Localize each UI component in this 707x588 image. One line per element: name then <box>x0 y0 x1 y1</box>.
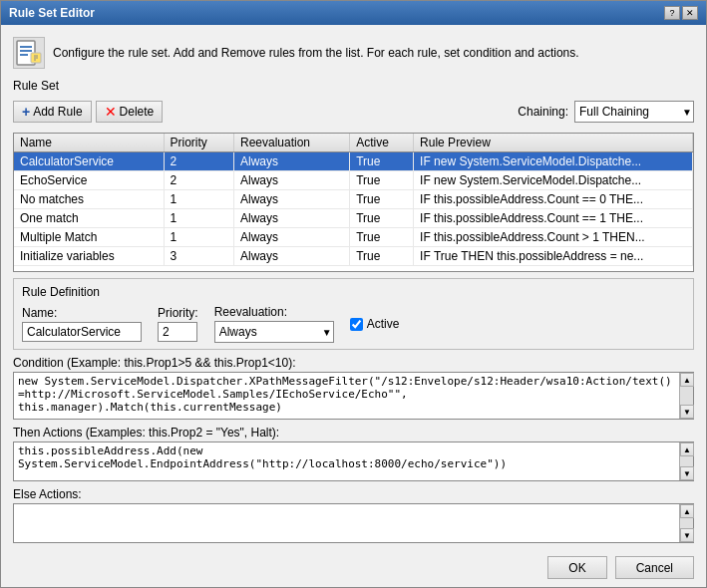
name-label: Name: <box>22 306 142 320</box>
active-label: Active <box>367 317 400 331</box>
toolbar-right: Chaining: Full Chaining Sequential None … <box>518 101 694 123</box>
condition-scroll-down[interactable]: ▼ <box>680 405 694 419</box>
else-scroll-up[interactable]: ▲ <box>680 504 694 518</box>
cell-preview: IF True THEN this.possibleAddress = ne..… <box>414 247 693 266</box>
cell-priority: 2 <box>164 152 233 171</box>
cell-preview: IF this.possibleAddress.Count > 1 THEN..… <box>414 228 693 247</box>
cell-reevaluation: Always <box>233 228 349 247</box>
then-actions-textarea-wrapper: ▲ ▼ <box>13 441 694 481</box>
else-scroll-down[interactable]: ▼ <box>680 528 694 542</box>
else-actions-textarea[interactable] <box>14 504 679 540</box>
cell-priority: 2 <box>164 171 233 190</box>
table-row[interactable]: One match1AlwaysTrueIF this.possibleAddr… <box>14 209 693 228</box>
name-input[interactable] <box>22 322 142 342</box>
condition-scrollbar[interactable]: ▲ ▼ <box>679 373 693 419</box>
cell-preview: IF new System.ServiceModel.Dispatche... <box>414 171 693 190</box>
cell-active: True <box>350 247 414 266</box>
cell-priority: 1 <box>164 228 233 247</box>
main-window: Rule Set Editor ? ✕ Configure th <box>0 0 707 588</box>
cell-active: True <box>350 209 414 228</box>
cell-name: CalculatorService <box>14 152 164 171</box>
header-icon <box>13 37 45 69</box>
svg-rect-2 <box>20 50 32 52</box>
cell-name: No matches <box>14 190 164 209</box>
active-checkbox[interactable] <box>350 318 363 331</box>
toolbar: + Add Rule ✕ Delete Chaining: Full Chain… <box>13 101 694 123</box>
help-button[interactable]: ? <box>664 6 680 20</box>
header-description: Configure the rule set. Add and Remove r… <box>53 46 579 60</box>
ruleset-label: Rule Set <box>13 79 694 93</box>
table-row[interactable]: No matches1AlwaysTrueIF this.possibleAdd… <box>14 190 693 209</box>
then-actions-scrollbar[interactable]: ▲ ▼ <box>679 442 693 480</box>
reevaluation-select[interactable]: Always Never <box>214 321 334 343</box>
col-active: Active <box>350 134 414 152</box>
reevaluation-select-wrapper: Always Never ▼ <box>214 321 334 343</box>
rules-table-body: CalculatorService2AlwaysTrueIF new Syste… <box>14 152 693 266</box>
cell-preview: IF new System.ServiceModel.Dispatche... <box>414 152 693 171</box>
reevaluation-label: Reevaluation: <box>214 305 334 319</box>
svg-rect-3 <box>20 54 28 56</box>
footer: OK Cancel <box>1 550 706 587</box>
delete-button[interactable]: ✕ Delete <box>96 101 164 123</box>
table-row[interactable]: EchoService2AlwaysTrueIF new System.Serv… <box>14 171 693 190</box>
then-scroll-track <box>680 456 693 466</box>
close-button[interactable]: ✕ <box>682 6 698 20</box>
then-actions-section: Then Actions (Examples: this.Prop2 = "Ye… <box>13 426 694 481</box>
then-actions-textarea[interactable] <box>14 442 679 478</box>
cell-active: True <box>350 190 414 209</box>
cell-preview: IF this.possibleAddress.Count == 1 THE..… <box>414 209 693 228</box>
cell-active: True <box>350 228 414 247</box>
then-scroll-up[interactable]: ▲ <box>680 442 694 456</box>
chaining-select[interactable]: Full Chaining Sequential None <box>574 101 694 123</box>
active-check: Active <box>350 317 400 331</box>
add-rule-label: Add Rule <box>33 105 82 119</box>
condition-scroll-up[interactable]: ▲ <box>680 373 694 387</box>
table-row[interactable]: Multiple Match1AlwaysTrueIF this.possibl… <box>14 228 693 247</box>
condition-section: Condition (Example: this.Prop1>5 && this… <box>13 356 694 420</box>
delete-label: Delete <box>120 105 155 119</box>
cell-active: True <box>350 171 414 190</box>
cell-priority: 3 <box>164 247 233 266</box>
cell-reevaluation: Always <box>233 209 349 228</box>
else-actions-label: Else Actions: <box>13 487 694 501</box>
else-scroll-track <box>680 518 693 528</box>
rule-def-row: Name: Priority: Reevaluation: Always Nev… <box>22 305 685 343</box>
table-row[interactable]: Initialize variables3AlwaysTrueIF True T… <box>14 247 693 266</box>
else-actions-textarea-wrapper: ▲ ▼ <box>13 503 694 543</box>
cell-name: EchoService <box>14 171 164 190</box>
else-actions-scrollbar[interactable]: ▲ ▼ <box>679 504 693 542</box>
cancel-button[interactable]: Cancel <box>615 556 694 579</box>
svg-rect-1 <box>20 46 32 48</box>
rule-def-title: Rule Definition <box>22 285 685 299</box>
then-scroll-down[interactable]: ▼ <box>680 466 694 480</box>
add-icon: + <box>22 104 30 120</box>
priority-input[interactable] <box>158 322 197 342</box>
col-priority: Priority <box>164 134 233 152</box>
cell-priority: 1 <box>164 190 233 209</box>
cell-priority: 1 <box>164 209 233 228</box>
reevaluation-field: Reevaluation: Always Never ▼ <box>214 305 334 343</box>
rule-definition-section: Rule Definition Name: Priority: Reevalua… <box>13 278 694 350</box>
cell-reevaluation: Always <box>233 247 349 266</box>
ok-button[interactable]: OK <box>547 556 606 579</box>
col-preview: Rule Preview <box>414 134 693 152</box>
then-actions-label: Then Actions (Examples: this.Prop2 = "Ye… <box>13 426 694 440</box>
table-row[interactable]: CalculatorService2AlwaysTrueIF new Syste… <box>14 152 693 171</box>
col-reevaluation: Reevaluation <box>233 134 349 152</box>
chaining-select-wrapper: Full Chaining Sequential None ▼ <box>574 101 694 123</box>
header-info: Configure the rule set. Add and Remove r… <box>13 33 694 73</box>
condition-label: Condition (Example: this.Prop1>5 && this… <box>13 356 694 370</box>
cell-reevaluation: Always <box>233 171 349 190</box>
add-rule-button[interactable]: + Add Rule <box>13 101 92 123</box>
rules-table: Name Priority Reevaluation Active Rule P… <box>14 134 693 266</box>
priority-label: Priority: <box>158 306 198 320</box>
title-bar: Rule Set Editor ? ✕ <box>1 1 706 25</box>
delete-icon: ✕ <box>105 104 117 120</box>
name-field: Name: <box>22 306 142 342</box>
content-area: Configure the rule set. Add and Remove r… <box>1 25 706 550</box>
cell-name: Multiple Match <box>14 228 164 247</box>
priority-field: Priority: <box>158 306 198 342</box>
cell-reevaluation: Always <box>233 190 349 209</box>
condition-textarea[interactable] <box>14 373 679 417</box>
cell-reevaluation: Always <box>233 152 349 171</box>
